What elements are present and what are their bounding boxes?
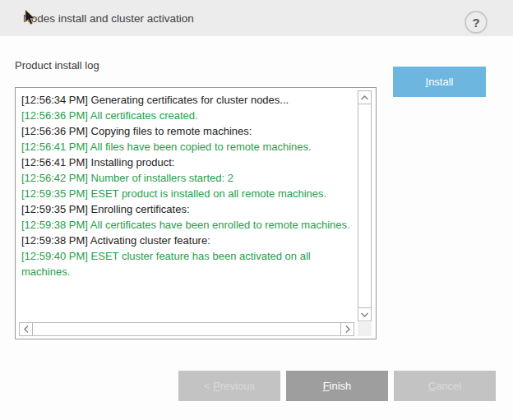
log-line: [12:56:41 PM] Installing product: [21,155,353,170]
dialog-header: Nodes install and cluster activation ? [0,0,513,36]
page-title: Nodes install and cluster activation [23,0,194,36]
scroll-down-icon[interactable] [358,307,372,321]
previous-button[interactable]: < Previous [178,371,280,401]
question-mark-icon: ? [472,16,479,30]
log-line: [12:59:38 PM] Activating cluster feature… [21,233,353,248]
cancel-button[interactable]: Cancel [394,371,496,401]
wizard-dialog: Nodes install and cluster activation ? P… [0,0,513,420]
log-line: [12:56:42 PM] Number of installers start… [21,170,353,186]
log-line: [12:56:36 PM] Copying files to remote ma… [21,123,353,139]
log-line: [12:56:34 PM] Generating certificates fo… [21,92,353,108]
finish-button[interactable]: Finish [286,371,388,401]
scrollbar-corner [358,322,372,336]
scroll-right-icon[interactable] [340,322,354,336]
log-line: [12:59:35 PM] ESET product is installed … [21,186,353,201]
product-install-log[interactable]: [12:56:34 PM] Generating certificates fo… [15,87,377,339]
log-line: [12:56:36 PM] All certificates created. [21,108,353,123]
horizontal-scrollbar[interactable] [19,322,354,336]
scroll-left-icon[interactable] [19,322,33,336]
log-text: [12:56:34 PM] Generating certificates fo… [17,90,354,321]
log-line: [12:59:35 PM] Enrolling certificates: [21,201,353,217]
log-line: [12:59:38 PM] All certificates have been… [21,217,353,233]
horizontal-scroll-track[interactable] [33,322,340,336]
vertical-scroll-track[interactable] [358,104,372,307]
mouse-cursor-icon [25,10,35,26]
scroll-up-icon[interactable] [358,90,372,104]
help-button[interactable]: ? [464,11,488,34]
vertical-scrollbar[interactable] [358,90,372,321]
log-label: Product install log [15,59,99,72]
install-button[interactable]: Install [393,67,486,97]
log-line: [12:59:40 PM] ESET cluster feature has b… [21,248,353,279]
log-line: [12:56:41 PM] All files have been copied… [21,139,353,155]
